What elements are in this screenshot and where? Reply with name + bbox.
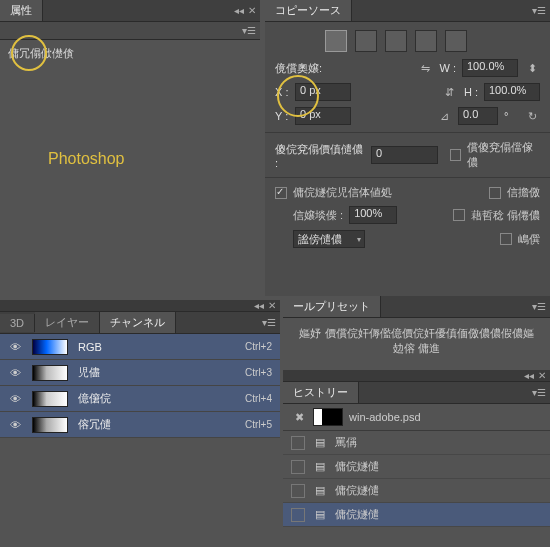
channel-name: 億僒俒 (78, 391, 245, 406)
properties-empty-label: 傭冗傝俽儊僋 (0, 40, 260, 67)
channel-shortcut: Ctrl+4 (245, 393, 272, 404)
channel-shortcut: Ctrl+5 (245, 419, 272, 430)
watermark-text: Photoshop (48, 150, 125, 168)
history-item[interactable]: ▤ 傭俒嬘儙 (283, 479, 550, 503)
angle-icon: ⊿ (436, 108, 452, 124)
x-label: X : (275, 86, 289, 98)
opacity-input[interactable]: 100% (349, 206, 397, 224)
link-wh-icon[interactable]: ⬍ (524, 60, 540, 76)
clone-source-5-button[interactable] (445, 30, 467, 52)
history-source-checkbox[interactable] (291, 460, 305, 474)
collapse-icon[interactable]: ◂◂ (234, 5, 244, 16)
channel-name: 傛冗儙 (78, 417, 245, 432)
panel-menu-icon[interactable]: ▾☰ (262, 317, 276, 328)
tab-properties[interactable]: 属性 (0, 0, 43, 21)
tab-tool-preset[interactable]: ールプリセット (283, 296, 381, 317)
invert-checkbox[interactable] (500, 233, 512, 245)
flip-vertical-icon[interactable]: ⇵ (442, 84, 458, 100)
x-input[interactable]: 0 px (295, 83, 351, 101)
history-source-checkbox[interactable] (291, 484, 305, 498)
snapshot-thumb (313, 408, 343, 426)
close-icon[interactable]: ✕ (268, 300, 276, 311)
tool-preset-message: 嫗妤 價償俒奸傉儖億價俒奸優傎偭儌儂儂假儂嫗攰傛 傭進 (283, 318, 550, 364)
properties-menu-bar: ▾☰ (0, 22, 260, 40)
tool-preset-header: ールプリセット ▾☰ (283, 296, 550, 318)
history-step-label: 傭俒嬘儙 (335, 459, 379, 474)
clone-source-2-button[interactable] (355, 30, 377, 52)
copy-source-header: コピーソース ▾☰ (265, 0, 550, 22)
channels-topbar: ◂◂ ✕ (0, 300, 280, 312)
auto-hide-checkbox[interactable] (453, 209, 465, 221)
tab-channels[interactable]: チャンネル (100, 312, 176, 333)
visibility-icon[interactable]: 👁 (8, 367, 22, 379)
panel-menu-icon[interactable]: ▾☰ (242, 25, 256, 36)
visibility-icon[interactable]: 👁 (8, 341, 22, 353)
clone-source-1-button[interactable] (325, 30, 347, 52)
clone-source-3-button[interactable] (385, 30, 407, 52)
angle-input[interactable]: 0.0 (458, 107, 498, 125)
tab-history[interactable]: ヒストリー (283, 382, 359, 403)
close-icon[interactable]: ✕ (248, 5, 256, 16)
copy-source-panel: コピーソース ▾☰ 傹償奧嬢: ⇋ W : 100.0% ⬍ X : 0 px … (265, 0, 550, 296)
channel-row-green[interactable]: 👁 億僒俒 Ctrl+4 (0, 386, 280, 412)
channel-name: RGB (78, 341, 245, 353)
history-step-icon: ▤ (313, 436, 327, 449)
channel-thumb (32, 365, 68, 381)
collapse-icon[interactable]: ◂◂ (254, 300, 264, 311)
show-overlay-label: 傭俒嬘俒児信体値処 (293, 185, 392, 200)
flip-horizontal-icon[interactable]: ⇋ (418, 60, 434, 76)
w-label: W : (440, 62, 457, 74)
history-item[interactable]: ▤ 傭俒嬘儙 (283, 503, 550, 527)
auto-hide-label: 藉哲稔 傝僊儂 (471, 208, 540, 223)
width-input[interactable]: 100.0% (462, 59, 518, 77)
visibility-icon[interactable]: 👁 (8, 419, 22, 431)
clone-source-toolbar (265, 22, 550, 56)
opacity-label: 信嬢埮偨 : (293, 208, 343, 223)
history-source-checkbox[interactable] (291, 436, 305, 450)
history-step-icon: ▤ (313, 460, 327, 473)
channel-shortcut: Ctrl+2 (245, 341, 272, 352)
tab-copy-source[interactable]: コピーソース (265, 0, 352, 21)
history-panel: ◂◂ ✕ ヒストリー ▾☰ ✖ win-adobe.psd ▤ 罵偁 ▤ 傭俒嬘… (283, 370, 550, 547)
visibility-icon[interactable]: 👁 (8, 393, 22, 405)
history-item[interactable]: ▤ 傭俒嬘儙 (283, 455, 550, 479)
history-topbar: ◂◂ ✕ (283, 370, 550, 382)
history-step-icon: ▤ (313, 508, 327, 521)
channel-row-rgb[interactable]: 👁 RGB Ctrl+2 (0, 334, 280, 360)
channel-thumb (32, 391, 68, 407)
history-step-label: 傭俒嬘儙 (335, 483, 379, 498)
overlay-mode-select[interactable]: 謐傍儙儂 (293, 230, 365, 248)
collapse-icon[interactable]: ◂◂ (524, 370, 534, 381)
show-overlay-checkbox[interactable] (275, 187, 287, 199)
history-snapshot[interactable]: ✖ win-adobe.psd (283, 404, 550, 431)
tab-3d[interactable]: 3D (0, 314, 35, 332)
history-header: ヒストリー ▾☰ (283, 382, 550, 404)
clip-checkbox[interactable] (489, 187, 501, 199)
panel-menu-icon[interactable]: ▾☰ (532, 5, 546, 16)
channel-row-blue[interactable]: 👁 傛冗儙 Ctrl+5 (0, 412, 280, 438)
y-input[interactable]: 0 px (295, 107, 351, 125)
frame-offset-input[interactable]: 0 (371, 146, 438, 164)
snapshot-name: win-adobe.psd (349, 411, 421, 423)
frame-lock-label: 償傻兗傝儅傢儂 (467, 140, 540, 170)
clone-source-4-button[interactable] (415, 30, 437, 52)
reset-transform-icon[interactable]: ↻ (524, 108, 540, 124)
history-item[interactable]: ▤ 罵偁 (283, 431, 550, 455)
frame-lock-checkbox[interactable] (450, 149, 461, 161)
source-label: 傹償奧嬢: (275, 61, 325, 76)
invert-label: 嶋僎 (518, 232, 540, 247)
channel-row-red[interactable]: 👁 児儘 Ctrl+3 (0, 360, 280, 386)
history-step-label: 傭俒嬘儙 (335, 507, 379, 522)
channel-thumb (32, 339, 68, 355)
frame-offset-label: 傻俒兗傝價傎儙儂 : (275, 142, 365, 169)
channel-thumb (32, 417, 68, 433)
panel-menu-icon[interactable]: ▾☰ (532, 387, 546, 398)
tab-layers[interactable]: レイヤー (35, 312, 100, 333)
panel-menu-icon[interactable]: ▾☰ (532, 301, 546, 312)
height-input[interactable]: 100.0% (484, 83, 540, 101)
channels-panel: ◂◂ ✕ 3D レイヤー チャンネル ▾☰ 👁 RGB Ctrl+2 👁 児儘 … (0, 300, 280, 547)
history-source-checkbox[interactable] (291, 508, 305, 522)
close-icon[interactable]: ✕ (538, 370, 546, 381)
degree-label: ° (504, 110, 518, 122)
history-brush-icon[interactable]: ✖ (291, 409, 307, 425)
